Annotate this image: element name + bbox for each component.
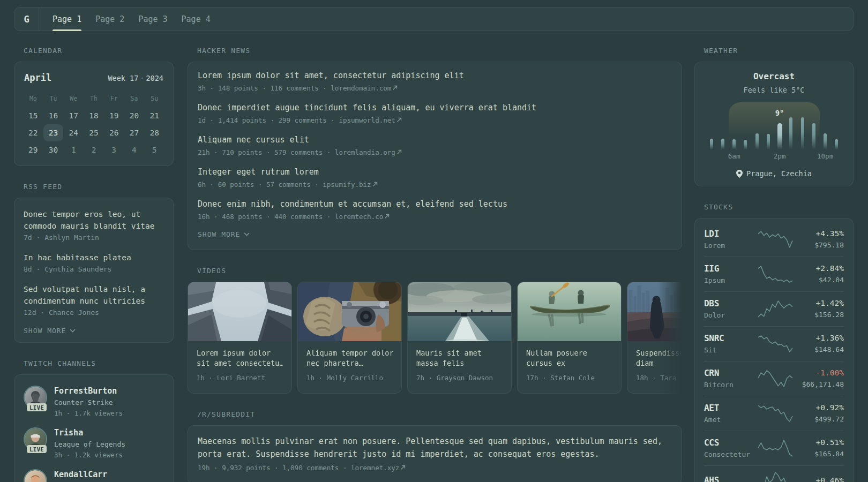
sparkline-chart [757, 265, 794, 283]
hn-item-meta-text[interactable]: 1d · 1,414 points · 299 comments · ipsum… [198, 116, 395, 124]
calendar-month: April [24, 72, 51, 83]
video-title[interactable]: Aliquam tempor dolor nec pharetra… [306, 348, 393, 368]
twitch-channel-row[interactable]: LIVE ForrestBurton Counter-Strike 1h · 1… [24, 386, 164, 419]
rss-item-title[interactable]: Donec tempor eros leo, ut commodo mauris… [24, 208, 164, 232]
video-card[interactable]: Nullam posuere cursus ex 17h · Stefan Co… [517, 282, 622, 394]
tab-page-1[interactable]: Page 1 [46, 7, 88, 31]
subreddit-card: Maecenas mollis pulvinar erat non posuer… [188, 425, 682, 482]
subreddit-post-meta-text[interactable]: 19h · 9,932 points · 1,090 comments · lo… [198, 464, 399, 472]
hn-item-title[interactable]: Donec imperdiet augue tincidunt felis al… [198, 102, 672, 114]
weather-widget-label: WEATHER [704, 47, 854, 55]
top-nav: G Page 1 Page 2 Page 3 Page 4 [14, 7, 854, 31]
hacker-news-card: Lorem ipsum dolor sit amet, consectetur … [188, 62, 682, 250]
video-title[interactable]: Suspendisse diam [636, 348, 682, 368]
hn-item-meta-text[interactable]: 3h · 148 points · 116 comments · loremdo… [198, 84, 391, 92]
stock-ticker[interactable]: DBS [704, 298, 755, 310]
weather-card: Overcast Feels like 5°C 9° 6am2pm10pm Pr… [694, 62, 854, 186]
calendar-day: 29 [23, 141, 43, 159]
video-card[interactable]: Aliquam tempor dolor nec pharetra… 1h · … [297, 282, 402, 394]
hn-item-title[interactable]: Aliquam nec cursus elit [198, 134, 672, 146]
video-thumbnail-fog [627, 282, 682, 341]
tab-page-3[interactable]: Page 3 [131, 7, 174, 31]
tab-page-2[interactable]: Page 2 [88, 7, 131, 31]
tab-page-4[interactable]: Page 4 [175, 7, 218, 31]
stock-ticker[interactable]: SNRC [704, 333, 755, 344]
avatar: LIVE [24, 386, 47, 409]
twitch-widget-label: TWITCH CHANNELS [24, 359, 174, 367]
twitch-channel-category[interactable]: Counter-Strike [54, 397, 123, 408]
hn-item-title[interactable]: Lorem ipsum dolor sit amet, consectetur … [198, 70, 672, 82]
weather-bar [835, 139, 838, 149]
weather-bar [789, 117, 792, 149]
stock-ticker[interactable]: CRN [704, 367, 755, 379]
twitch-channel-name[interactable]: Trisha [54, 427, 125, 439]
sparkline-chart [757, 300, 794, 318]
calendar-day: 22 [23, 124, 43, 141]
calendar-day: 16 [43, 107, 64, 124]
stock-ticker[interactable]: AHS [704, 475, 755, 482]
calendar-day: 26 [104, 124, 124, 141]
stock-row[interactable]: DBS Dolor +1.42% $156.28 [704, 292, 844, 327]
stock-row[interactable]: AET Amet +0.92% $499.72 [704, 396, 844, 431]
weather-bar-slot [729, 139, 740, 149]
right-column: WEATHER Overcast Feels like 5°C 9° 6am2p… [694, 47, 854, 482]
video-meta: 7h · Grayson Dawson [416, 374, 503, 382]
twitch-channel-name[interactable]: ForrestBurton [54, 386, 123, 397]
hn-item-meta-text[interactable]: 6h · 60 points · 57 comments · ipsumify.… [198, 180, 371, 189]
video-thumbnail-sea [408, 282, 511, 341]
weather-bar-slot [820, 133, 831, 149]
weather-location-text: Prague, Czechia [746, 169, 812, 178]
rss-item: Sed volutpat nulla nisl, a condimentum n… [24, 283, 164, 319]
hn-item-meta-text[interactable]: 16h · 468 points · 440 comments · loremt… [198, 213, 383, 221]
stock-ticker[interactable]: CCS [704, 437, 755, 449]
hn-item-title[interactable]: Integer eget rutrum lorem [198, 166, 672, 178]
weather-axis-label: 6am [728, 153, 740, 160]
twitch-channel-row[interactable]: LIVE Trisha League of Legends 3h · 1.2k … [24, 427, 164, 461]
hn-item-title[interactable]: Donec enim nibh, condimentum et accumsan… [198, 198, 672, 210]
video-carousel: Lorem ipsum dolor sit amet consectetu… 1… [188, 282, 682, 394]
rss-item-meta: 7d · Ashlyn Martin [24, 232, 164, 244]
twitch-channel-row[interactable]: KendallCarr [24, 469, 164, 482]
stock-row[interactable]: IIG Ipsum +2.84% $42.04 [704, 257, 844, 292]
weather-bar-slot [706, 139, 717, 149]
subreddit-post-title[interactable]: Maecenas mollis pulvinar erat non posuer… [198, 435, 672, 461]
rss-card: Donec tempor eros leo, ut commodo mauris… [14, 198, 174, 343]
app-logo[interactable]: G [14, 7, 39, 31]
hn-item-meta-text[interactable]: 21h · 710 points · 579 comments · loreml… [198, 148, 395, 156]
video-card[interactable]: Mauris sit amet massa felis 7h · Grayson… [407, 282, 512, 394]
stock-ticker[interactable]: LDI [704, 228, 755, 240]
twitch-channel-name[interactable]: KendallCarr [54, 469, 107, 480]
page-tabs: Page 1 Page 2 Page 3 Page 4 [39, 7, 218, 31]
video-title[interactable]: Mauris sit amet massa felis [416, 348, 503, 368]
twitch-channel-meta: 1h · 1.7k viewers [54, 408, 123, 419]
hn-show-more-button[interactable]: SHOW MORE [198, 230, 672, 238]
video-title[interactable]: Nullam posuere cursus ex [526, 348, 612, 368]
rss-item-title[interactable]: Sed volutpat nulla nisl, a condimentum n… [24, 283, 164, 307]
stock-row[interactable]: AHS +0.46% [704, 466, 844, 482]
stock-ticker[interactable]: IIG [704, 263, 755, 275]
stock-row[interactable]: SNRC Sit +1.36% $148.64 [704, 327, 844, 362]
hn-item: Donec enim nibh, condimentum et accumsan… [198, 198, 672, 223]
stock-row[interactable]: LDI Lorem +4.35% $795.18 [704, 222, 844, 257]
videos-widget-label: VIDEOS [197, 267, 682, 275]
stock-name: Consectetur [704, 449, 755, 460]
twitch-widget: TWITCH CHANNELS LIVE ForrestBurton Count… [14, 359, 174, 482]
video-card[interactable]: Lorem ipsum dolor sit amet consectetu… 1… [188, 282, 292, 394]
rss-show-more-button[interactable]: SHOW MORE [24, 327, 164, 335]
twitch-channel-category[interactable]: League of Legends [54, 439, 125, 450]
rss-item-meta: 12d · Chance Jones [24, 307, 164, 319]
stock-name: Sit [704, 344, 755, 356]
video-card[interactable]: Suspendisse diam 18h · Tara [627, 282, 682, 394]
stock-row[interactable]: CRN Bitcorn -1.00% $66,171.48 [704, 362, 844, 396]
stock-price: $42.04 [795, 274, 844, 286]
video-title[interactable]: Lorem ipsum dolor sit amet consectetu… [197, 348, 283, 368]
rss-item-title[interactable]: In hac habitasse platea [24, 252, 164, 263]
chevron-down-icon [244, 232, 250, 236]
rss-item: In hac habitasse platea 8d · Cynthia Sau… [24, 252, 164, 275]
weather-bar-slot [774, 123, 785, 149]
hn-item-meta: 16h · 468 points · 440 comments · loremt… [198, 210, 672, 223]
stock-row[interactable]: CCS Consectetur +0.51% $165.84 [704, 431, 844, 466]
stock-ticker[interactable]: AET [704, 402, 755, 414]
weather-bar-slot [808, 123, 819, 149]
stocks-card: LDI Lorem +4.35% $795.18 IIG Ipsum +2.84… [694, 218, 854, 482]
